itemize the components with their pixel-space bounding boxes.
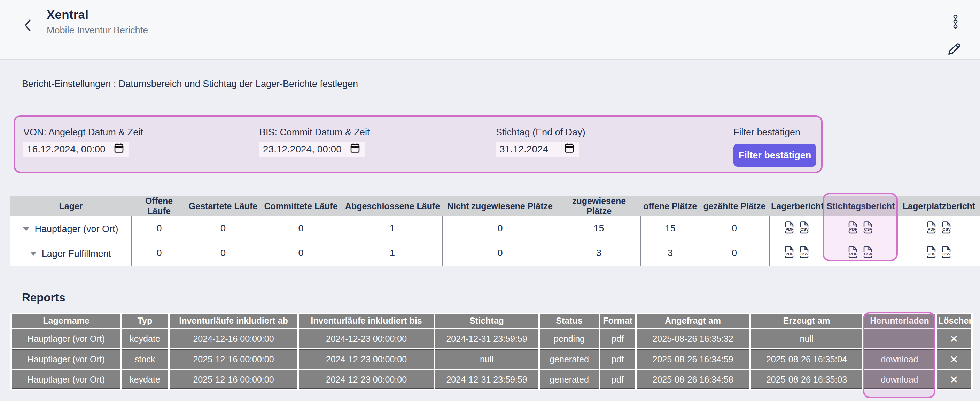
svg-text:CSV: CSV: [800, 227, 809, 231]
lager-value-cell: 0: [259, 241, 342, 266]
lager-header-row: LagerOffene LäufeGestartete LäufeCommitt…: [10, 196, 980, 216]
lager-column-header: Lagerplatzbericht: [898, 196, 980, 216]
kebab-menu-button[interactable]: [953, 14, 958, 30]
delete-report-button[interactable]: ✕: [949, 374, 958, 385]
report-download-cell: PDFCSV: [898, 216, 980, 241]
lager-column-header: Nicht zugewiesene Plätze: [443, 196, 557, 216]
report-download-cell: PDFCSV: [824, 216, 898, 241]
reports-title: Reports: [22, 291, 65, 304]
lager-row: Hauptlager (vor Ort)0001015150PDFCSVPDFC…: [10, 216, 980, 241]
svg-text:CSV: CSV: [942, 227, 951, 231]
delete-report-button[interactable]: ✕: [949, 333, 958, 345]
csv-file-icon[interactable]: CSV: [799, 246, 810, 258]
filter-confirm-button[interactable]: Filter bestätigen: [733, 144, 816, 167]
report-cell: 2025-08-26 16:34:58: [636, 370, 749, 389]
edit-button[interactable]: [947, 41, 962, 57]
report-cell: 2024-12-23 00:00:00: [299, 349, 434, 369]
report-row: Hauptlager (vor Ort)keydate2024-12-16 00…: [12, 329, 971, 348]
delete-cell: ✕: [937, 329, 971, 348]
csv-file-icon[interactable]: CSV: [799, 221, 810, 234]
von-date-value: 16.12.2024, 00:00: [27, 144, 105, 155]
lager-value-cell: 15: [641, 216, 699, 241]
page: Xentral Mobile Inventur Berichte Bericht…: [0, 0, 980, 401]
pdf-file-icon[interactable]: PDF: [926, 246, 937, 258]
report-cell: 2024-12-23 00:00:00: [299, 370, 434, 389]
calendar-icon[interactable]: [114, 143, 124, 155]
reports-column-header: Inventurläufe inkludiert bis: [299, 314, 434, 328]
bis-date-input[interactable]: 23.12.2024, 00:00: [259, 142, 364, 157]
lager-value-cell: 0: [131, 216, 187, 241]
svg-text:CSV: CSV: [800, 252, 809, 256]
report-cell: stock: [122, 349, 168, 369]
lager-value-cell: 0: [699, 216, 770, 241]
lager-name: Hauptlager (vor Ort): [35, 224, 118, 235]
report-download-cell: PDFCSV: [770, 216, 824, 241]
report-cell: 2025-12-16 00:00:00: [170, 370, 298, 389]
lager-value-cell: 0: [443, 241, 557, 266]
app-header: Xentral Mobile Inventur Berichte: [0, 0, 980, 60]
reports-table: LagernameTypInventurläufe inkludiert abI…: [10, 312, 973, 390]
lager-column-header: zugewiesene Plätze: [557, 196, 641, 216]
reports-column-header: Typ: [122, 314, 168, 328]
csv-file-icon[interactable]: CSV: [941, 221, 952, 234]
svg-text:PDF: PDF: [928, 252, 935, 256]
report-cell: 2025-08-26 16:35:32: [636, 329, 749, 348]
delete-report-button[interactable]: ✕: [949, 353, 958, 365]
reports-header-row: LagernameTypInventurläufe inkludiert abI…: [12, 314, 971, 328]
pdf-file-icon[interactable]: PDF: [848, 246, 859, 258]
expand-caret-icon[interactable]: [30, 252, 37, 256]
csv-file-icon[interactable]: CSV: [863, 221, 873, 234]
bis-date-value: 23.12.2024, 00:00: [263, 144, 342, 155]
delete-cell: ✕: [937, 349, 971, 369]
calendar-icon[interactable]: [565, 143, 574, 155]
filter-panel: VON: Angelegt Datum & Zeit 16.12.2024, 0…: [14, 115, 822, 173]
pdf-file-icon[interactable]: PDF: [926, 221, 937, 234]
pdf-file-icon[interactable]: PDF: [784, 221, 795, 234]
lager-value-cell: 3: [557, 241, 641, 266]
report-cell: 2024-12-16 00:00:00: [170, 329, 298, 348]
report-cell: 2025-08-26 16:35:04: [751, 349, 862, 369]
pencil-icon: [947, 52, 962, 57]
lager-column-header: Lagerbericht: [770, 196, 824, 216]
report-cell: Hauptlager (vor Ort): [12, 329, 120, 348]
pdf-file-icon[interactable]: PDF: [848, 221, 859, 234]
von-label: VON: Angelegt Datum & Zeit: [23, 127, 143, 138]
report-cell: 2024-12-31 23:59:59: [435, 329, 538, 348]
stichtag-date-value: 31.12.2024: [500, 144, 548, 155]
lager-name: Lager Fulfillment: [42, 249, 111, 259]
von-date-input[interactable]: 16.12.2024, 00:00: [23, 142, 129, 157]
csv-file-icon[interactable]: CSV: [863, 246, 873, 258]
stichtag-date-input[interactable]: 31.12.2024: [496, 142, 579, 157]
report-cell: 2025-08-26 16:35:03: [751, 370, 862, 389]
calendar-icon[interactable]: [350, 143, 360, 155]
report-cell: generated: [540, 349, 599, 369]
lager-value-cell: 1: [342, 216, 443, 241]
back-button[interactable]: [21, 18, 35, 33]
title-block: Xentral Mobile Inventur Berichte: [47, 8, 148, 36]
download-link[interactable]: download: [881, 354, 918, 364]
pdf-file-icon[interactable]: PDF: [784, 246, 795, 258]
svg-text:PDF: PDF: [785, 252, 793, 256]
csv-file-icon[interactable]: CSV: [941, 246, 952, 258]
report-download-cell: PDFCSV: [770, 241, 824, 266]
svg-text:PDF: PDF: [928, 227, 935, 231]
reports-column-header: Stichtag: [435, 314, 538, 328]
back-chevron-icon: [22, 29, 34, 34]
svg-text:PDF: PDF: [850, 252, 858, 256]
svg-text:CSV: CSV: [942, 252, 951, 256]
stichtag-label: Stichtag (End of Day): [496, 127, 585, 138]
reports-column-header: Lagername: [12, 314, 120, 328]
report-cell: 2024-12-31 23:59:59: [435, 370, 538, 389]
report-cell: null: [435, 349, 538, 369]
download-link[interactable]: download: [881, 374, 918, 384]
lager-value-cell: 3: [641, 241, 699, 266]
lager-column-header: Lager: [10, 196, 131, 216]
download-cell: download: [864, 349, 935, 369]
lager-column-header: Abgeschlossene Läufe: [342, 196, 443, 216]
reports-column-header: Format: [600, 314, 635, 328]
lager-table: LagerOffene LäufeGestartete LäufeCommitt…: [10, 196, 980, 266]
lager-name-cell: Lager Fulfillment: [10, 241, 131, 266]
report-cell: keydate: [122, 329, 168, 348]
report-cell: Hauptlager (vor Ort): [12, 370, 120, 389]
expand-caret-icon[interactable]: [23, 227, 29, 231]
